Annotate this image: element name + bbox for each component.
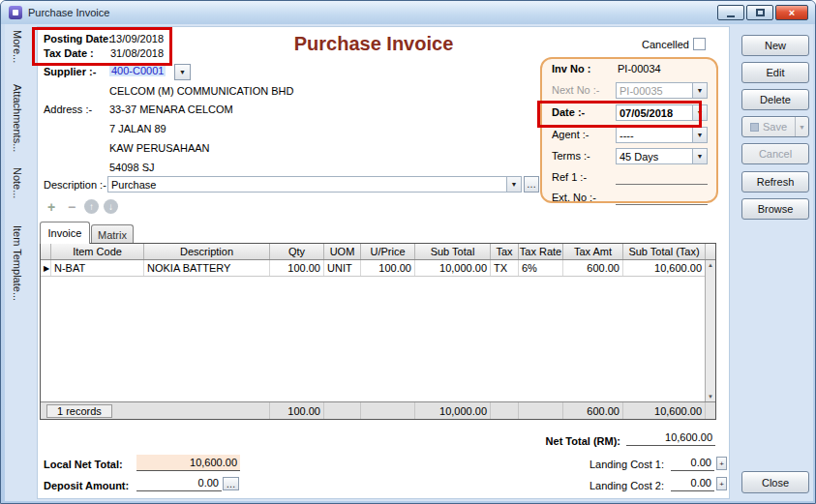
maximize-button[interactable]: [746, 5, 773, 20]
footer-uom-cell: [324, 402, 361, 419]
chevron-down-icon: ▼: [179, 69, 186, 75]
tab-invoice[interactable]: Invoice: [40, 222, 90, 244]
save-button-main[interactable]: Save: [742, 117, 795, 136]
terms-label: Terms :-: [552, 150, 590, 162]
cancel-button[interactable]: Cancel: [741, 143, 809, 164]
description-select[interactable]: Purchase ▼: [107, 176, 522, 193]
grid-vertical-scrollbar[interactable]: ▲ ▼: [705, 260, 715, 401]
save-dropdown-button[interactable]: ▼: [795, 117, 808, 136]
supplier-label: Supplier :-: [44, 66, 96, 77]
supplier-code-link[interactable]: 400-C0001: [109, 65, 166, 76]
header-description: Description: [144, 244, 270, 259]
maximize-icon: [756, 9, 765, 16]
agent-value: ----: [617, 128, 692, 142]
address-label: Address :-: [44, 104, 92, 115]
landing-cost-1-spin-button[interactable]: +: [716, 457, 727, 470]
new-button[interactable]: New: [741, 35, 809, 56]
grid-header: Item Code Description Qty UOM U/Price Su…: [41, 244, 715, 260]
address-line-2: 7 JALAN 89: [109, 123, 166, 134]
net-total-value: 10,600.00: [626, 430, 715, 446]
header-scroll-spacer: [706, 244, 715, 259]
ref1-input[interactable]: [616, 169, 708, 185]
ext-no-input[interactable]: [616, 190, 708, 205]
close-button[interactable]: Close: [741, 471, 809, 493]
cancelled-checkbox[interactable]: [693, 38, 706, 50]
tax-date-label: Tax Date :: [44, 47, 94, 59]
footer-sub-total: 10,000.00: [415, 402, 491, 419]
cell-tax-rate: 6%: [519, 260, 563, 276]
footer-tax-amt: 600.00: [563, 402, 623, 419]
next-no-value: PI-00035: [617, 83, 692, 98]
move-row-up-button[interactable]: ↑: [84, 199, 99, 214]
grid-footer: 1 records 100.00 10,000.00 600.00 10,600…: [41, 401, 715, 419]
supplier-dropdown-button[interactable]: ▼: [174, 64, 191, 80]
window-controls: ×: [717, 5, 808, 20]
agent-label: Agent :-: [552, 129, 589, 140]
header-tax-amt: Tax Amt: [563, 244, 623, 259]
net-total-label: Net Total (RM):: [483, 435, 620, 447]
date-label: Date :-: [552, 106, 585, 118]
supplier-name: CELCOM (M) COMMUNICATION BHD: [109, 85, 293, 97]
deposit-ellipsis-button[interactable]: …: [223, 477, 239, 490]
cancelled-label: Cancelled: [642, 39, 689, 50]
ext-no-label: Ext. No :-: [552, 192, 596, 203]
chevron-down-icon: ▼: [692, 105, 707, 120]
header-sub-total-tax: Sub Total (Tax): [623, 244, 706, 259]
landing-cost-2-spin-button[interactable]: +: [716, 477, 727, 490]
deposit-amount-label: Deposit Amount:: [44, 480, 129, 491]
deposit-amount-input[interactable]: 0.00: [136, 475, 222, 491]
agent-select[interactable]: ---- ▼: [616, 127, 708, 143]
footer-rate-cell: [519, 402, 563, 419]
posting-date-value: 13/09/2018: [110, 33, 164, 44]
remove-row-button[interactable]: −: [64, 199, 79, 215]
sidebar-item-note[interactable]: Note...: [12, 167, 23, 198]
footer-scroll-spacer: [706, 402, 715, 419]
landing-cost-1-label: Landing Cost 1:: [548, 459, 664, 470]
purchase-invoice-window: Purchase Invoice × More... Attachments..…: [0, 0, 816, 504]
description-ellipsis-button[interactable]: …: [524, 176, 539, 193]
scroll-up-icon[interactable]: ▲: [708, 262, 713, 268]
tab-matrix[interactable]: Matrix: [91, 224, 134, 244]
browse-button[interactable]: Browse: [741, 198, 809, 220]
inv-no-label: Inv No :: [552, 63, 590, 74]
header-item-code: Item Code: [51, 244, 144, 259]
header-tax: Tax: [491, 244, 519, 259]
close-window-button[interactable]: ×: [775, 5, 808, 20]
move-row-down-button[interactable]: ↓: [104, 199, 118, 214]
sidebar-item-attachments[interactable]: Attachments...: [12, 84, 23, 152]
sidebar-item-more[interactable]: More...: [12, 30, 23, 63]
page-title: Purchase Invoice: [282, 33, 466, 55]
footer-records-cell: 1 records: [41, 402, 270, 419]
ref1-label: Ref 1 :-: [552, 171, 587, 183]
chevron-down-icon: ▼: [692, 128, 707, 142]
save-button[interactable]: Save ▼: [741, 116, 809, 137]
date-select[interactable]: 07/05/2018 ▼: [616, 104, 708, 121]
table-row[interactable]: ▶ N-BAT NOKIA BATTERY 100.00 UNIT 100.00…: [41, 260, 715, 277]
cell-u-price: 100.00: [361, 260, 415, 276]
terms-select[interactable]: 45 Days ▼: [616, 148, 708, 164]
footer-sub-total-tax: 10,600.00: [623, 402, 706, 419]
landing-cost-1-input[interactable]: 0.00: [671, 455, 714, 471]
landing-cost-2-input[interactable]: 0.00: [671, 475, 714, 491]
cell-tax-amt: 600.00: [563, 260, 623, 276]
cell-uom: UNIT: [324, 260, 361, 276]
edit-button[interactable]: Edit: [741, 62, 809, 83]
refresh-button[interactable]: Refresh: [741, 171, 809, 193]
header-qty: Qty: [270, 244, 324, 259]
sidebar-item-item-template[interactable]: Item Template...: [12, 225, 23, 301]
description-value: Purchase: [108, 177, 506, 192]
cell-description: NOKIA BATTERY: [144, 260, 270, 276]
app-icon: [9, 6, 22, 19]
local-net-total-label: Local Net Total:: [44, 459, 123, 470]
minimize-icon: [727, 15, 735, 17]
minimize-button[interactable]: [717, 5, 744, 20]
next-no-select[interactable]: PI-00035 ▼: [616, 82, 708, 99]
terms-value: 45 Days: [617, 149, 692, 163]
records-count: 1 records: [46, 404, 112, 418]
delete-button[interactable]: Delete: [741, 89, 809, 110]
cell-sub-total: 10,000.00: [415, 260, 491, 276]
add-row-button[interactable]: +: [44, 199, 59, 215]
scroll-down-icon[interactable]: ▼: [708, 394, 713, 400]
window-title: Purchase Invoice: [28, 7, 109, 18]
address-line-1: 33-37 MENARA CELCOM: [109, 104, 233, 115]
